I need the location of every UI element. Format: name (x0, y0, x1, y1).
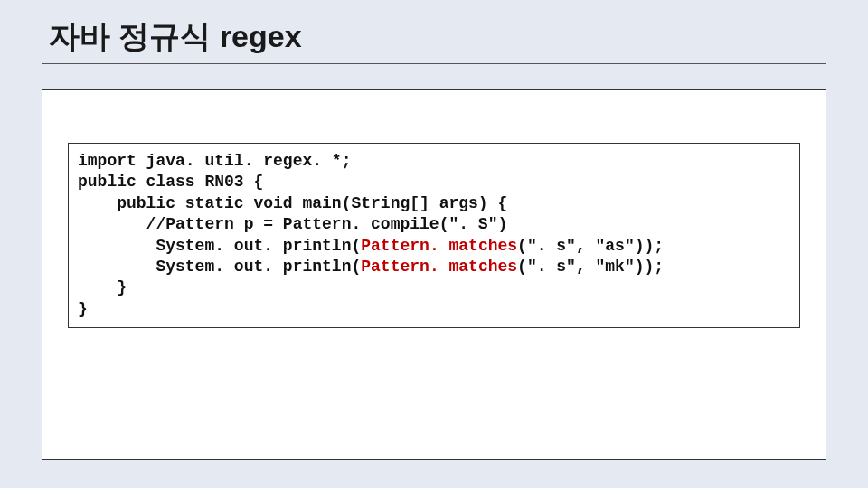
code-line: import java. util. regex. *; (78, 152, 351, 170)
slide: 자바 정규식 regex import java. util. regex. *… (0, 0, 868, 488)
code-line-part: (". s", "as")); (517, 237, 664, 255)
code-line: public static void main(String[] args) { (78, 194, 507, 212)
slide-title: 자바 정규식 regex (49, 16, 826, 58)
highlight: Pattern. matches (361, 258, 517, 276)
code-block: import java. util. regex. *; public clas… (68, 143, 800, 328)
code-line-part: System. out. println( (78, 237, 361, 255)
code-line: //Pattern p = Pattern. compile(". S") (78, 215, 507, 233)
code-line-part: System. out. println( (78, 258, 361, 276)
highlight: Pattern. matches (361, 237, 517, 255)
code-line-part: (". s", "mk")); (517, 258, 664, 276)
content-box: import java. util. regex. *; public clas… (42, 89, 826, 460)
code-line: } (78, 278, 127, 296)
code-line: } (78, 300, 88, 318)
title-rule (42, 63, 826, 64)
code-line: public class RN03 { (78, 173, 263, 191)
